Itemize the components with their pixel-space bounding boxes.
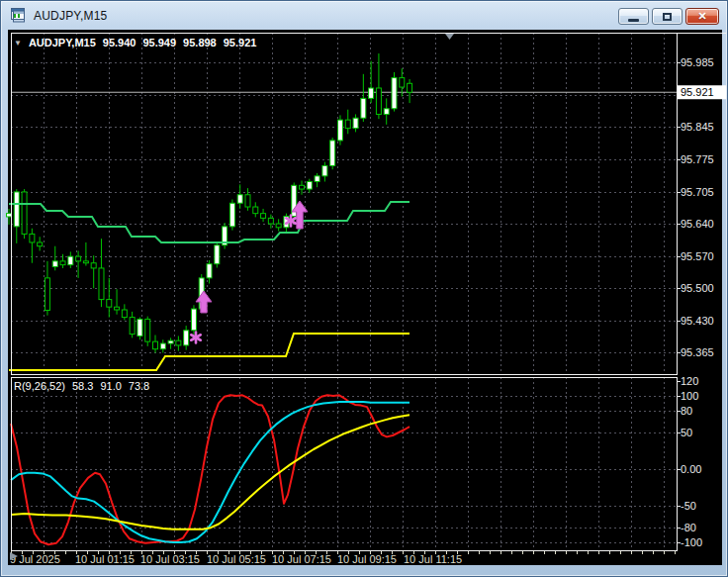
chart-ohlc-header: ▼ AUDJPY,M15 95.940 95.949 95.898 95.921 — [14, 37, 256, 48]
time-axis-label: 10 Jul 09:15 — [337, 553, 397, 565]
time-axis-label: 10 Jul 05:15 — [207, 553, 266, 565]
chart-canvas: 95.98595.84595.77595.70595.64095.57095.5… — [1, 1, 728, 577]
indicator-value-2: 91.0 — [100, 380, 121, 392]
candle-bull — [7, 214, 12, 217]
indicator-header: R(9,26,52) 58.3 91.0 73.8 — [14, 380, 149, 392]
indicator-value-1: 58.3 — [72, 380, 93, 392]
open-value: 95.940 — [103, 37, 136, 48]
header-dropdown-icon[interactable]: ▼ — [14, 39, 22, 48]
price-scale-drag-area[interactable] — [678, 33, 727, 550]
time-axis-label: 9 Jul 2025 — [10, 553, 60, 565]
symbol-period-label: AUDJPY,M15 — [29, 37, 96, 48]
indicator-drag-area[interactable] — [11, 377, 677, 550]
close-value: 95.921 — [224, 37, 257, 48]
indicator-value-3: 73.8 — [129, 380, 149, 392]
mt4-chart-window: AUDJPY,M15 ✕ 95.98595.84595.77595.70595.… — [0, 0, 728, 577]
indicator-name-label: R(9,26,52) — [14, 380, 65, 392]
low-value: 95.898 — [183, 37, 217, 48]
time-axis-label: 10 Jul 03:15 — [140, 553, 200, 565]
main-chart-drag-area[interactable] — [11, 33, 677, 374]
time-axis[interactable]: 9 Jul 202510 Jul 01:1510 Jul 03:1510 Jul… — [10, 551, 676, 565]
time-axis-label: 10 Jul 01:15 — [75, 553, 135, 565]
time-axis-label: 10 Jul 11:15 — [404, 553, 462, 565]
time-axis-label: 10 Jul 07:15 — [272, 553, 331, 565]
high-value: 95.949 — [142, 37, 176, 48]
